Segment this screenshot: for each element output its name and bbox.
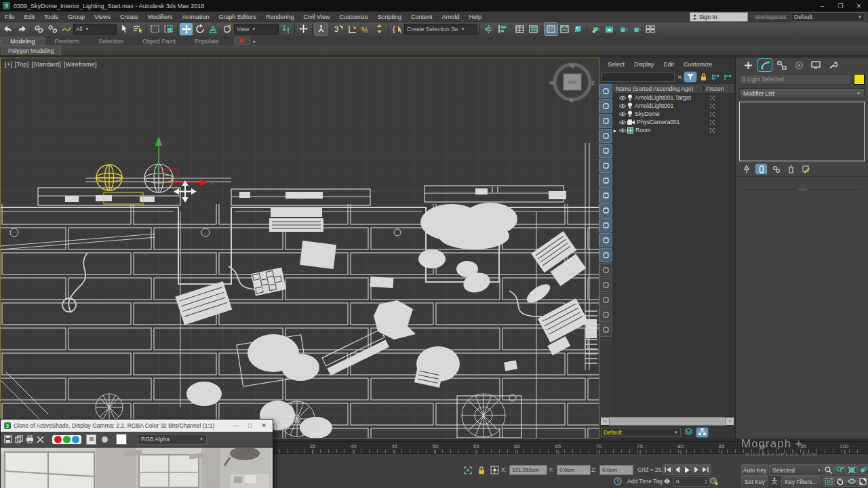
go-to-start-button[interactable]: [663, 464, 673, 475]
menu-animation[interactable]: Animation: [177, 14, 214, 20]
visibility-eye-icon[interactable]: [619, 96, 626, 100]
align-button[interactable]: [496, 23, 509, 35]
render-iterative-button[interactable]: [630, 23, 643, 35]
next-frame-button[interactable]: [691, 464, 701, 475]
workspaces-dropdown[interactable]: Default▼: [791, 12, 865, 22]
orbit-view-button[interactable]: [846, 476, 857, 487]
set-key-button[interactable]: Set Key: [741, 476, 768, 487]
ribbon-tab-freeform[interactable]: Freeform: [45, 37, 90, 45]
go-to-end-button[interactable]: [701, 464, 711, 475]
filter-all-icon[interactable]: [599, 84, 612, 98]
close-button[interactable]: ✕: [850, 0, 868, 12]
minimize-button[interactable]: –: [813, 0, 831, 12]
select-and-move-button[interactable]: [180, 23, 193, 35]
frozen-toggle[interactable]: [709, 119, 735, 125]
add-time-tag-label[interactable]: Add Time Tag: [627, 478, 663, 485]
rw-maximize-button[interactable]: □: [248, 422, 252, 429]
save-image-icon[interactable]: [4, 435, 12, 443]
filter-particles-icon[interactable]: [599, 218, 612, 232]
reference-coordinate-system-dropdown[interactable]: View▼: [234, 24, 279, 35]
filter-groups-icon[interactable]: [599, 174, 612, 188]
clear-image-icon[interactable]: [37, 436, 44, 443]
ribbon-tab-modeling[interactable]: Modeling: [0, 37, 45, 45]
expand-arrow-icon[interactable]: ▶: [612, 128, 618, 133]
show-frozen-icon[interactable]: [599, 263, 612, 277]
redo-button[interactable]: [15, 23, 28, 35]
bind-to-space-warp-icon[interactable]: [60, 23, 73, 35]
modifier-stack[interactable]: [739, 102, 865, 161]
explorer-object-row[interactable]: ArnoldLight001.Target: [612, 94, 735, 102]
pin-stack-icon[interactable]: [741, 164, 752, 174]
render-setup-button[interactable]: [589, 23, 602, 35]
polygon-modeling-panel-button[interactable]: Polygon Modeling: [1, 45, 61, 55]
arnold-render-view-button[interactable]: [644, 23, 656, 35]
explorer-object-row[interactable]: ▶ Room: [612, 126, 735, 134]
lock-explorer-icon[interactable]: [698, 72, 709, 82]
zoom-all-button[interactable]: [834, 464, 846, 475]
red-channel-toggle[interactable]: [54, 436, 62, 443]
collapse-all-icon[interactable]: [723, 72, 733, 82]
ribbon-dropdown-arrow-icon[interactable]: ▼: [252, 40, 256, 44]
schematic-view-button[interactable]: [558, 23, 571, 35]
layer-mode-icon[interactable]: [683, 428, 694, 437]
rendered-frame-window-button[interactable]: [603, 23, 616, 35]
rw-minimize-button[interactable]: —: [233, 422, 239, 429]
select-and-link-icon[interactable]: [33, 23, 45, 35]
toggle-scene-explorer-button[interactable]: [527, 23, 540, 35]
blue-channel-toggle[interactable]: [72, 436, 79, 443]
expand-all-icon[interactable]: [711, 72, 721, 82]
spinner-snap-toggle[interactable]: [373, 23, 386, 35]
menu-views[interactable]: Views: [90, 14, 115, 20]
explorer-column-headers[interactable]: Name (Sorted Ascending Age) Frozen: [612, 83, 735, 94]
rectangular-selection-region-button[interactable]: [149, 23, 161, 35]
menu-edit[interactable]: Edit: [20, 14, 40, 20]
menu-group[interactable]: Group: [63, 14, 90, 20]
percent-snap-toggle[interactable]: %: [359, 23, 372, 35]
visibility-eye-icon[interactable]: [619, 120, 626, 125]
filter-helpers-icon[interactable]: [599, 144, 612, 158]
ribbon-tab-selection[interactable]: Selection: [89, 37, 133, 45]
frozen-toggle[interactable]: [709, 95, 735, 101]
snaps-toggle-3d-button[interactable]: 3: [332, 23, 345, 35]
monochrome-toggle[interactable]: [102, 436, 108, 443]
ribbon-media-button[interactable]: [234, 37, 250, 45]
curve-editor-button[interactable]: [545, 23, 557, 35]
menu-create[interactable]: Create: [115, 14, 143, 20]
sign-in-button[interactable]: Sign In▼: [690, 12, 748, 22]
toggle-layer-explorer-button[interactable]: [513, 23, 526, 35]
explorer-search-input[interactable]: [601, 73, 675, 82]
frozen-toggle[interactable]: [709, 111, 735, 117]
remove-modifier-icon[interactable]: [785, 164, 797, 174]
modifier-list-dropdown[interactable]: Modifier List▼: [739, 88, 865, 99]
green-channel-toggle[interactable]: [63, 436, 71, 443]
viewcube-west[interactable]: W: [549, 80, 555, 86]
channel-display-dropdown[interactable]: RGB Alpha▼: [138, 434, 207, 445]
select-and-scale-button[interactable]: [207, 23, 220, 35]
tab-utilities[interactable]: [826, 59, 840, 71]
tab-display[interactable]: [809, 59, 823, 71]
selection-lock-toggle[interactable]: [475, 465, 487, 475]
material-editor-button[interactable]: [572, 23, 585, 35]
keyboard-shortcut-override-toggle[interactable]: [315, 23, 328, 35]
edit-named-selection-sets-button[interactable]: {: [391, 23, 403, 35]
visibility-eye-icon[interactable]: [619, 112, 626, 117]
explorer-h-scrollbar[interactable]: ‹ ›: [601, 417, 734, 426]
alpha-channel-toggle[interactable]: [86, 434, 96, 445]
frozen-toggle[interactable]: [709, 127, 735, 134]
menu-modifiers[interactable]: Modifiers: [143, 14, 178, 20]
rw-close-button[interactable]: ✕: [261, 422, 267, 429]
select-and-manipulate-button[interactable]: [297, 23, 310, 35]
ribbon-tab-object-paint[interactable]: Object Paint: [133, 37, 185, 45]
configure-modifier-sets-icon[interactable]: [800, 164, 812, 174]
menu-help[interactable]: Help: [464, 14, 486, 20]
unlink-selection-icon[interactable]: [46, 23, 59, 35]
frame-spinner[interactable]: ▲▼: [705, 479, 707, 485]
pan-view-button[interactable]: [834, 476, 846, 487]
zoom-extents-all-button[interactable]: [857, 464, 868, 475]
menu-file[interactable]: File: [0, 14, 20, 20]
folder-icon[interactable]: [599, 323, 612, 337]
use-pivot-point-center-button[interactable]: [279, 23, 292, 35]
frozen-toggle[interactable]: [709, 103, 735, 109]
viewcube-top-face[interactable]: TOP: [568, 80, 576, 85]
named-selection-set-combo[interactable]: Create Selection Se▼: [404, 24, 477, 35]
